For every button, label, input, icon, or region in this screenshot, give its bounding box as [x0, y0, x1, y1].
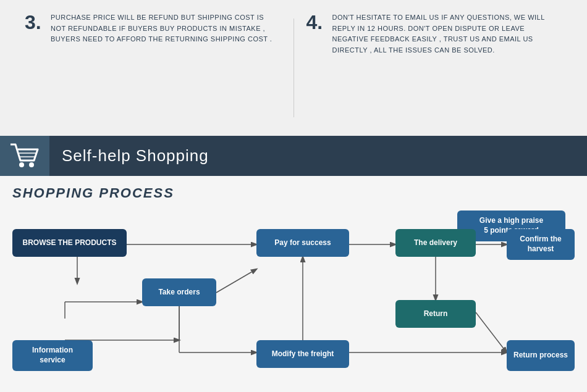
- take-orders-label: Take orders: [158, 288, 200, 298]
- confirm-harvest-label: Confirm the harvest: [520, 235, 561, 254]
- header-title: Self-help Shopping: [62, 146, 209, 165]
- process-title: SHOPPING PROCESS: [12, 185, 575, 201]
- header-bar: Self-help Shopping: [0, 136, 587, 176]
- modify-freight-label: Modify the freight: [272, 349, 334, 359]
- box-take-orders: Take orders: [142, 278, 216, 306]
- step-3-block: 3. PURCHASE PRICE WILL BE REFUND BUT SHI…: [25, 12, 281, 123]
- step-4-text: DON'T HESITATE TO EMAIL US IF ANY QUESTI…: [332, 12, 563, 56]
- browse-label: BROWSE THE PRODUCTS: [22, 238, 116, 248]
- svg-point-1: [29, 162, 34, 167]
- box-modify-freight: Modify the freight: [256, 340, 349, 368]
- info-service-label: Information service: [32, 346, 73, 365]
- box-return-process: Return process: [507, 340, 575, 371]
- svg-point-0: [19, 162, 24, 167]
- step-4-number: 4.: [306, 12, 325, 32]
- svg-line-7: [216, 269, 256, 293]
- box-info-service: Information service: [12, 340, 93, 371]
- box-delivery: The delivery: [395, 229, 476, 257]
- box-confirm-harvest: Confirm the harvest: [507, 229, 575, 260]
- bottom-section: Self-help Shopping SHOPPING PROCESS: [0, 136, 587, 392]
- cart-icon-wrap: [0, 136, 49, 176]
- delivery-label: The delivery: [414, 238, 457, 248]
- return-process-label: Return process: [513, 351, 568, 361]
- step-3-text: PURCHASE PRICE WILL BE REFUND BUT SHIPPI…: [51, 12, 281, 45]
- box-browse: BROWSE THE PRODUCTS: [12, 229, 127, 257]
- pay-success-label: Pay for success: [274, 238, 331, 248]
- box-return: Return: [395, 300, 476, 328]
- process-area: SHOPPING PROCESS: [0, 176, 587, 392]
- return-label: Return: [424, 309, 448, 319]
- top-section: 3. PURCHASE PRICE WILL BE REFUND BUT SHI…: [0, 0, 587, 136]
- cart-icon: [9, 142, 40, 170]
- flowchart: Give a high praise 5 points reward BROWS…: [12, 211, 575, 390]
- step-3-number: 3.: [25, 12, 43, 32]
- svg-line-19: [476, 312, 507, 352]
- step-4-block: 4. DON'T HESITATE TO EMAIL US IF ANY QUE…: [306, 12, 563, 123]
- box-pay-success: Pay for success: [256, 229, 349, 257]
- section-divider: [294, 19, 294, 117]
